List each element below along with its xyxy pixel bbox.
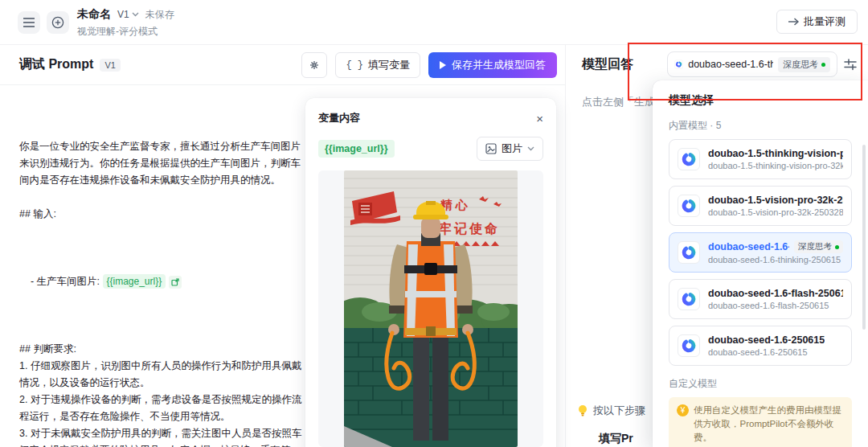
model-option[interactable]: doubao-seed-1.6-thinking-... 深度思考 doubao… xyxy=(669,232,852,273)
app-window: 未命名 V1 未保存 视觉理解-评分模式 批量评测 调试 Prompt V1 xyxy=(0,0,868,447)
model-name: doubao-seed-1.6-flash-250615 xyxy=(708,288,843,299)
yuan-coin-icon: ¥ xyxy=(677,404,689,416)
optimize-prompt-button[interactable] xyxy=(301,52,327,78)
version-label: V1 xyxy=(117,9,129,20)
prompt-version-badge: V1 xyxy=(100,59,120,72)
image-icon xyxy=(485,143,497,154)
top-header: 未命名 V1 未保存 视觉理解-评分模式 批量评测 xyxy=(0,0,868,45)
play-icon xyxy=(440,61,446,69)
prompt-editor[interactable]: 你是一位专业的安全生产监督专家，擅长通过分析生产车间图片来识别违规行为。你的任务… xyxy=(19,138,302,447)
green-dot-icon xyxy=(821,63,825,67)
fill-variables-label: 填写变量 xyxy=(368,58,410,72)
custom-model-fee-notice: ¥ 使用自定义模型产生的费用由模型提供方收取，PromptPilot不会额外收费… xyxy=(669,397,852,447)
worker-photo: 精心 牢记使命 xyxy=(344,170,518,447)
variable-card-title: 变量内容 xyxy=(318,111,360,125)
green-dot-icon xyxy=(835,245,839,249)
response-hint: 点击左侧「生成 xyxy=(582,95,655,109)
guide-tip: 按以下步骤 xyxy=(577,404,645,418)
close-icon[interactable]: × xyxy=(536,113,543,125)
variable-content-card: 变量内容 × {{image_url}} 图片 xyxy=(305,98,556,447)
model-list: doubao-1.5-thinking-vision-pro-32k-25...… xyxy=(669,139,852,366)
model-option[interactable]: doubao-1.5-thinking-vision-pro-32k-25...… xyxy=(669,139,852,179)
batch-eval-label: 批量评测 xyxy=(804,14,845,29)
braces-icon: { } xyxy=(346,59,363,71)
document-title: 未命名 xyxy=(77,7,111,22)
doubao-logo-icon xyxy=(678,195,700,217)
new-project-icon[interactable] xyxy=(47,11,69,34)
custom-models-label: 自定义模型 xyxy=(669,377,852,391)
builtin-models-label: 内置模型 · 5 xyxy=(669,119,852,133)
model-settings-icon[interactable] xyxy=(842,56,858,72)
sparkle-icon xyxy=(308,59,321,72)
variable-image-preview[interactable]: 精心 牢记使命 xyxy=(318,170,543,447)
response-panel-title: 模型回答 xyxy=(582,56,633,73)
doubao-logo-icon xyxy=(674,57,683,72)
arrow-right-icon xyxy=(788,18,799,26)
deep-thinking-badge: 深度思考 xyxy=(778,57,830,72)
variable-tag: {{image_url}} xyxy=(318,140,395,158)
dropdown-title: 模型选择 xyxy=(669,93,852,108)
prompt-panel-title: 调试 Prompt xyxy=(19,56,93,73)
selected-model-name: doubao-seed-1.6-thinking-25... xyxy=(688,59,773,70)
guide-tip-text: 按以下步骤 xyxy=(593,404,645,418)
variable-type-label: 图片 xyxy=(502,141,522,156)
model-option[interactable]: doubao-seed-1.6-250615 doubao-seed-1.6-2… xyxy=(669,326,852,366)
fill-variables-button[interactable]: { } 填写变量 xyxy=(335,52,420,78)
menu-icon[interactable] xyxy=(18,11,40,34)
model-name: doubao-1.5-vision-pro-32k-250328 xyxy=(708,195,843,206)
model-id: doubao-1.5-thinking-vision-pro-32k-25042… xyxy=(708,161,843,170)
variable-tag-inline[interactable]: {{image_url}} xyxy=(103,274,166,289)
model-option[interactable]: doubao-seed-1.6-flash-250615 doubao-seed… xyxy=(669,279,852,319)
save-and-generate-button[interactable]: 保存并生成模型回答 xyxy=(428,52,557,78)
svg-text:牢记使命: 牢记使命 xyxy=(439,221,500,236)
document-title-block: 未命名 V1 未保存 视觉理解-评分模式 xyxy=(77,7,174,39)
dropdown-scrollbar[interactable] xyxy=(862,145,866,330)
model-selector[interactable]: doubao-seed-1.6-thinking-25... 深度思考 xyxy=(667,51,837,77)
lightbulb-icon xyxy=(577,404,588,417)
open-variable-icon[interactable] xyxy=(169,276,182,289)
model-name: doubao-1.5-thinking-vision-pro-32k-25... xyxy=(708,148,843,159)
model-select-dropdown: 模型选择 内置模型 · 5 doubao-1.5-thinking-vision… xyxy=(653,80,868,447)
variable-type-dropdown[interactable]: 图片 xyxy=(477,137,543,161)
doubao-logo-icon xyxy=(678,148,700,170)
model-name: doubao-seed-1.6-thinking-... xyxy=(708,241,789,252)
model-option[interactable]: doubao-1.5-vision-pro-32k-250328 doubao-… xyxy=(669,186,852,226)
model-name: doubao-seed-1.6-250615 xyxy=(708,334,825,346)
batch-eval-button[interactable]: 批量评测 xyxy=(776,10,858,34)
deep-thinking-label: 深度思考 xyxy=(783,59,818,71)
save-status: 未保存 xyxy=(145,8,174,22)
model-id: doubao-seed-1.6-thinking-250615 xyxy=(708,255,843,265)
chevron-down-icon xyxy=(527,146,534,151)
mode-subtitle: 视觉理解-评分模式 xyxy=(77,25,174,39)
version-dropdown[interactable]: V1 xyxy=(117,9,139,20)
deep-thinking-badge: 深度思考 xyxy=(794,240,843,253)
doubao-logo-icon xyxy=(678,241,700,264)
prompt-panel-header: 调试 Prompt V1 { } 填写变量 保存并生成模型回答 xyxy=(0,45,565,85)
chevron-down-icon xyxy=(132,12,139,17)
guide-step-text: 填写Pr xyxy=(599,432,633,446)
doubao-logo-icon xyxy=(678,334,700,357)
model-id: doubao-seed-1.6-250615 xyxy=(708,347,825,357)
save-and-generate-label: 保存并生成模型回答 xyxy=(452,58,546,72)
model-id: doubao-1.5-vision-pro-32k-250328 xyxy=(708,207,843,217)
fee-notice-text: 使用自定义模型产生的费用由模型提供方收取，PromptPilot不会额外收费。 xyxy=(694,404,844,445)
doubao-logo-icon xyxy=(678,288,700,310)
model-id: doubao-seed-1.6-flash-250615 xyxy=(708,301,843,310)
